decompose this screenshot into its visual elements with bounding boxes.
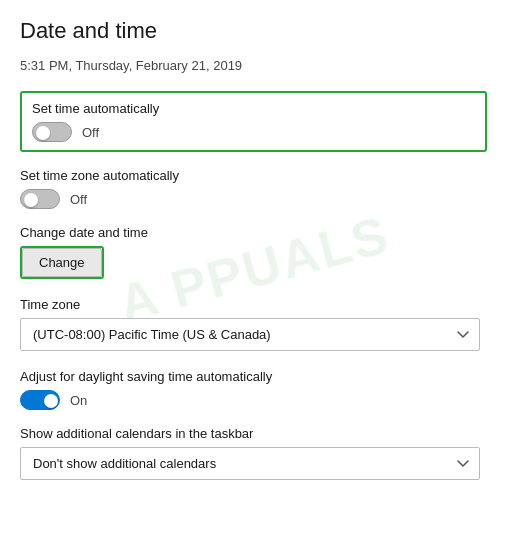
timezone-dropdown[interactable]: (UTC-12:00) International Date Line West… [20,318,480,351]
page-title: Date and time [20,18,487,44]
set-time-auto-toggle[interactable] [32,122,72,142]
set-time-auto-label: Set time automatically [32,101,475,116]
set-time-auto-state: Off [82,125,99,140]
set-timezone-auto-toggle[interactable] [20,189,60,209]
set-timezone-auto-section: Set time zone automatically Off [20,168,487,209]
change-datetime-section: Change date and time Change [20,225,487,279]
additional-calendars-dropdown[interactable]: Don't show additional calendarsSimplifie… [20,447,480,480]
daylight-saving-label: Adjust for daylight saving time automati… [20,369,487,384]
change-button-wrapper: Change [20,246,104,279]
daylight-saving-toggle[interactable] [20,390,60,410]
set-timezone-auto-track [20,189,60,209]
change-datetime-label: Change date and time [20,225,487,240]
daylight-saving-track [20,390,60,410]
additional-calendars-section: Show additional calendars in the taskbar… [20,426,487,480]
set-time-auto-section: Set time automatically Off [20,91,487,152]
daylight-saving-thumb [44,394,58,408]
change-button[interactable]: Change [22,248,102,277]
set-timezone-auto-state: Off [70,192,87,207]
timezone-section: Time zone (UTC-12:00) International Date… [20,297,487,351]
current-datetime: 5:31 PM, Thursday, February 21, 2019 [20,58,487,73]
additional-calendars-label: Show additional calendars in the taskbar [20,426,487,441]
set-timezone-auto-label: Set time zone automatically [20,168,487,183]
set-time-auto-thumb [36,126,50,140]
set-time-auto-track [32,122,72,142]
timezone-label: Time zone [20,297,487,312]
set-timezone-auto-thumb [24,193,38,207]
daylight-saving-state: On [70,393,87,408]
daylight-saving-section: Adjust for daylight saving time automati… [20,369,487,410]
